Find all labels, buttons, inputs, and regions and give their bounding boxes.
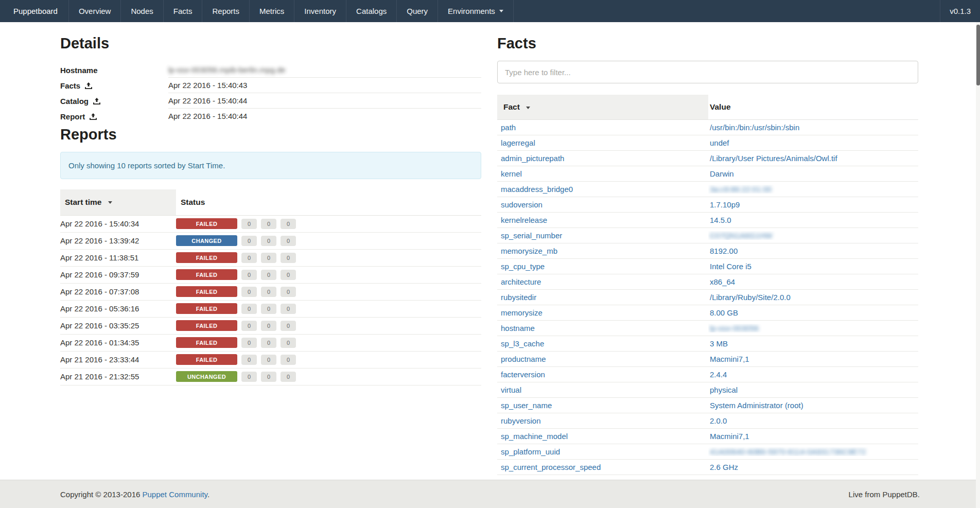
fact-name-cell: hostname xyxy=(497,324,708,332)
fact-value-link[interactable]: physical xyxy=(710,386,738,394)
scrollbar-thumb[interactable] xyxy=(976,25,980,85)
fact-name-link[interactable]: hostname xyxy=(501,324,535,332)
fact-name-link[interactable]: lagerregal xyxy=(501,138,535,147)
fact-value-link[interactable]: 41A00640-60B6-5970-8114-0A931736C9E72 xyxy=(710,447,866,456)
nav-item-catalogs[interactable]: Catalogs xyxy=(346,0,396,22)
fact-name-link[interactable]: rubysitedir xyxy=(501,293,536,302)
column-header-start-time[interactable]: Start time xyxy=(60,189,176,215)
count-badge: 0 xyxy=(281,355,296,365)
fact-name-link[interactable]: sp_platform_uuid xyxy=(501,447,560,456)
fact-value-link[interactable]: /Library/Ruby/Site/2.0.0 xyxy=(710,293,791,302)
fact-name-link[interactable]: sudoversion xyxy=(501,200,542,209)
details-value-text: Apr 22 2016 - 15:40:44 xyxy=(168,112,247,120)
nav-item-environments[interactable]: Environments xyxy=(437,0,514,22)
details-title: Details xyxy=(60,35,481,52)
caret-down-icon xyxy=(526,107,530,109)
footer: Copyright © 2013-2016 Puppet Community. … xyxy=(0,480,980,508)
table-row: sp_current_processor_speed2.6 GHz xyxy=(497,460,918,475)
nav-item-label: Catalogs xyxy=(356,7,387,15)
fact-name-link[interactable]: sp_current_processor_speed xyxy=(501,463,601,471)
fact-name-link[interactable]: sp_serial_number xyxy=(501,231,562,240)
table-row: path/usr/bin:/bin:/usr/sbin:/sbin xyxy=(497,120,918,135)
fact-name-link[interactable]: path xyxy=(501,123,516,132)
fact-name-link[interactable]: productname xyxy=(501,355,546,363)
fact-name-link[interactable]: macaddress_bridge0 xyxy=(501,185,573,194)
main-content: Details Hostnamelp-osx-003056.mpib-berli… xyxy=(0,22,980,475)
details-value-text: Apr 22 2016 - 15:40:43 xyxy=(168,81,247,90)
fact-name-link[interactable]: sp_l3_cache xyxy=(501,339,544,348)
fact-name-cell: sp_cpu_type xyxy=(497,262,708,271)
details-label-text: Hostname xyxy=(60,66,98,75)
fact-value-link[interactable]: 14.5.0 xyxy=(710,216,731,224)
puppet-community-link[interactable]: Puppet Community xyxy=(143,490,207,499)
fact-value-link[interactable]: undef xyxy=(710,138,729,147)
fact-value-link[interactable]: 1.7.10p9 xyxy=(710,200,740,209)
nav-item-nodes[interactable]: Nodes xyxy=(120,0,163,22)
fact-value-link[interactable]: /usr/bin:/bin:/usr/sbin:/sbin xyxy=(710,123,799,132)
nav-item-overview[interactable]: Overview xyxy=(68,0,121,22)
fact-value-link[interactable]: 3 MB xyxy=(710,339,728,348)
fact-name-link[interactable]: sp_user_name xyxy=(501,401,552,410)
column-header-start-time-label: Start time xyxy=(65,198,102,206)
fact-value-link[interactable]: C07QN1A6G1HW xyxy=(710,231,773,240)
reports-section: Reports Only showing 10 reports sorted b… xyxy=(60,126,481,385)
fact-value-link[interactable]: /Library/User Pictures/Animals/Owl.tif xyxy=(710,154,837,163)
upload-icon[interactable] xyxy=(93,98,100,104)
fact-name-link[interactable]: memorysize xyxy=(501,308,542,317)
count-badge: 0 xyxy=(281,338,296,348)
footer-copyright-prefix: Copyright © 2013-2016 xyxy=(60,490,143,499)
fact-value-link[interactable]: 2.0.0 xyxy=(710,416,727,425)
details-row-label: Facts xyxy=(60,81,168,90)
fact-value-link[interactable]: Macmini7,1 xyxy=(710,355,749,363)
fact-name-link[interactable]: memorysize_mb xyxy=(501,247,557,255)
fact-name-cell: kernel xyxy=(497,169,708,178)
fact-name-link[interactable]: sp_machine_model xyxy=(501,432,568,441)
nav-item-query[interactable]: Query xyxy=(396,0,437,22)
status-badge: FAILED xyxy=(176,354,237,365)
column-header-fact[interactable]: Fact xyxy=(497,95,708,119)
nav-item-metrics[interactable]: Metrics xyxy=(249,0,294,22)
nav-item-inventory[interactable]: Inventory xyxy=(294,0,346,22)
fact-value-link[interactable]: 8.00 GB xyxy=(710,308,738,317)
count-badge: 0 xyxy=(241,253,257,263)
status-badge: FAILED xyxy=(176,286,237,297)
nav-item-facts[interactable]: Facts xyxy=(163,0,202,22)
fact-value-link[interactable]: 2.4.4 xyxy=(710,370,727,379)
status-badge: FAILED xyxy=(176,269,237,280)
fact-value-link[interactable]: 8192.00 xyxy=(710,247,738,255)
fact-value-link[interactable]: x86_64 xyxy=(710,277,735,286)
fact-value-link[interactable]: Macmini7,1 xyxy=(710,432,749,441)
nav-item-label: Overview xyxy=(79,7,111,15)
navbar-brand[interactable]: Puppetboard xyxy=(0,0,68,22)
upload-icon[interactable] xyxy=(85,82,92,89)
fact-value-link[interactable]: Intel Core i5 xyxy=(710,262,751,271)
fact-name-link[interactable]: rubyversion xyxy=(501,416,541,425)
fact-value-link[interactable]: lp-osx-003056 xyxy=(710,324,759,332)
report-start-time: Apr 22 2016 - 03:35:25 xyxy=(60,321,176,330)
fact-value-link[interactable]: 2.6 GHz xyxy=(710,463,738,471)
fact-value-link[interactable]: 3a:c9:86:22:01:00 xyxy=(710,185,772,194)
fact-name-link[interactable]: kernel xyxy=(501,169,522,178)
column-header-value[interactable]: Value xyxy=(708,95,732,119)
nav-item-reports[interactable]: Reports xyxy=(202,0,249,22)
facts-section: Facts Fact Value path/usr/bin:/bin:/usr/… xyxy=(497,35,918,475)
fact-value-link[interactable]: System Administrator (root) xyxy=(710,401,803,410)
fact-name-link[interactable]: kernelrelease xyxy=(501,216,547,224)
fact-name-link[interactable]: virtual xyxy=(501,386,521,394)
fact-name-link[interactable]: facterversion xyxy=(501,370,545,379)
table-row: Apr 22 2016 - 13:39:42CHANGED000 xyxy=(60,233,481,250)
count-badge: 0 xyxy=(261,236,276,246)
count-badge: 0 xyxy=(261,372,276,382)
fact-name-link[interactable]: architecture xyxy=(501,277,541,286)
details-row-label: Hostname xyxy=(60,66,168,75)
details-row-label: Catalog xyxy=(60,97,168,106)
report-status-cell: FAILED000 xyxy=(176,252,296,263)
upload-icon[interactable] xyxy=(90,113,97,120)
fact-name-link[interactable]: sp_cpu_type xyxy=(501,262,545,271)
fact-name-cell: lagerregal xyxy=(497,138,708,147)
facts-filter-input[interactable] xyxy=(497,61,918,83)
fact-name-link[interactable]: admin_picturepath xyxy=(501,154,564,163)
details-value-text: Apr 22 2016 - 15:40:44 xyxy=(168,96,247,105)
column-header-status[interactable]: Status xyxy=(176,189,209,215)
fact-value-link[interactable]: Darwin xyxy=(710,169,734,178)
